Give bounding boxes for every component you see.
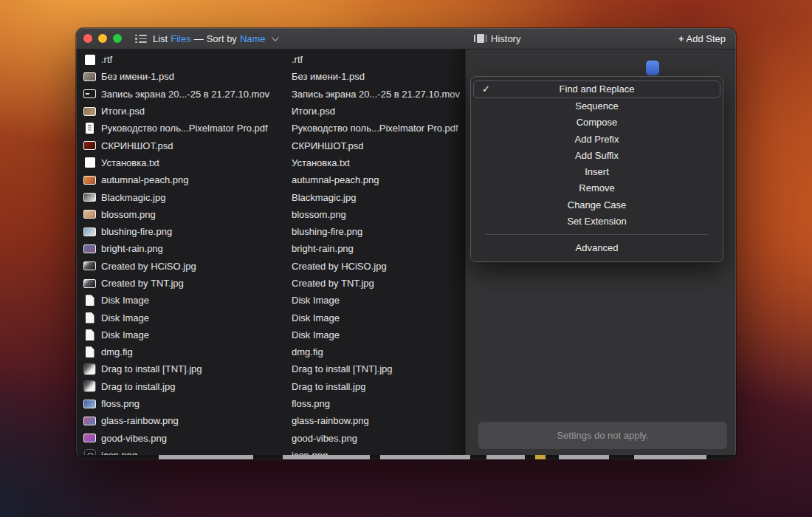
menu-item-label: Remove [579,182,614,194]
checkmark-icon: ✓ [482,81,490,97]
menu-item-label: Set Extension [567,216,626,227]
file-row[interactable]: Blackmagic.jpg Blackmagic.jpg [76,188,465,205]
file-row[interactable]: bright-rain.png bright-rain.png [76,240,465,257]
image-thumb-icon [83,400,96,408]
title-word-list: List [153,33,168,44]
title-bar: List Files — Sort by Name History +Add S… [76,28,736,49]
clipped-segment [634,455,706,459]
image-thumb-icon [83,434,96,442]
image-thumb-icon [83,193,96,202]
file-row[interactable]: floss.png floss.png [76,395,465,412]
file-name: Disk Image [101,295,292,306]
file-row[interactable]: Created by TNT.jpg Created by TNT.jpg [76,275,465,292]
file-preview-name: Итоги.psd [292,106,335,117]
chevron-down-icon[interactable] [272,34,279,41]
file-row[interactable]: Drag to install.jpg Drag to install.jpg [76,378,465,395]
step-popup-button-fragment[interactable] [646,61,659,75]
image-thumb-icon [83,244,96,253]
file-name: glass-rainbow.png [101,415,292,426]
menu-item-sequence[interactable]: Sequence [471,98,723,114]
settings-not-apply-notice: Settings do not apply. [478,422,727,449]
file-row[interactable]: dmg.fig dmg.fig [76,343,465,360]
menu-item-add-suffix[interactable]: Add Suffix [471,148,723,164]
image-thumb-icon [83,279,96,288]
menu-item-label: Advanced [576,242,619,253]
file-row[interactable]: Created by HCiSO.jpg Created by HCiSO.jp… [76,258,465,275]
image-thumb-icon [83,210,96,219]
image-thumb-icon [83,261,96,270]
image-thumb-icon [83,417,96,425]
add-step-button[interactable]: +Add Step [678,33,726,44]
menu-item-find-and-replace[interactable]: ✓ Find and Replace [473,81,720,98]
clipped-segment [486,455,525,459]
file-preview-name: good-vibes.png [292,433,357,444]
file-preview-name: Руководство поль...Pixelmator Pro.pdf [292,123,458,134]
files-dropdown-link[interactable]: Files [171,33,190,44]
history-header: History +Add Step [465,28,736,49]
file-preview-name: bright-rain.png [292,243,354,254]
rename-app-window: List Files — Sort by Name History +Add S… [76,28,736,459]
menu-item-compose[interactable]: Compose [471,114,723,131]
minimize-button[interactable] [98,34,107,43]
file-row[interactable]: Без имени-1.psd Без имени-1.psd [76,68,465,85]
menu-item-add-prefix[interactable]: Add Prefix [471,131,723,148]
file-row[interactable]: Руководство поль...Pixelmator Pro.pdf Ру… [76,120,465,137]
file-preview-name: Drag to install [TNT].jpg [292,363,393,374]
file-name: dmg.fig [101,346,292,357]
menu-item-remove[interactable]: Remove [471,180,723,196]
file-row[interactable]: Disk Image Disk Image [76,309,465,326]
zoom-button[interactable] [113,34,122,43]
menu-item-label: Add Prefix [575,134,619,145]
file-row[interactable]: Disk Image Disk Image [76,292,465,309]
file-preview-name: СКРИНШОТ.psd [292,140,363,151]
file-name: blossom.png [101,209,292,220]
step-type-menu: ✓ Find and Replace Sequence Compose Add … [470,76,723,262]
file-name: Итоги.psd [101,106,292,117]
file-row[interactable]: .rtf .rtf [76,51,465,68]
title-dash: — [194,33,204,44]
file-name: .rtf [101,54,292,65]
file-preview-name: Запись экрана 20...-25 в 21.27.10.mov [292,89,460,100]
traffic-lights [76,34,122,43]
file-row[interactable]: blushing-fire.png blushing-fire.png [76,223,465,240]
file-row[interactable]: Disk Image Disk Image [76,326,465,343]
menu-item-label: Sequence [575,100,619,112]
image-thumb-icon [83,107,96,116]
file-row[interactable]: Drag to install [TNT].jpg Drag to instal… [76,360,465,377]
file-name: Drag to install [TNT].jpg [101,363,292,374]
file-row[interactable]: Запись экрана 20...-25 в 21.27.10.mov За… [76,86,465,103]
menu-item-insert[interactable]: Insert [471,164,723,180]
title-sort-by: Sort by [207,33,237,44]
toolbar-title: List Files — Sort by Name [153,33,277,44]
clipped-segment [283,455,370,459]
file-name: Без имени-1.psd [101,71,292,82]
file-preview-name: Blackmagic.jpg [292,192,356,203]
menu-item-label: Insert [585,166,609,177]
file-preview-name: Drag to install.jpg [292,381,365,392]
close-button[interactable] [83,34,92,43]
file-rows: .rtf .rtf Без имени-1.psd Без имени-1.ps… [76,49,465,459]
page-icon [86,329,94,340]
page-icon [86,346,94,357]
file-row[interactable]: glass-rainbow.png glass-rainbow.png [76,412,465,429]
menu-item-set-extension[interactable]: Set Extension [471,213,723,230]
history-title: History [491,33,520,44]
file-row[interactable]: blossom.png blossom.png [76,206,465,223]
menu-item-label: Find and Replace [560,83,635,95]
file-preview-name: Без имени-1.psd [292,71,365,82]
movie-icon [83,89,96,98]
sort-name-dropdown-link[interactable]: Name [240,33,266,44]
file-preview-name: blushing-fire.png [292,226,362,237]
image-thumb-icon [83,72,96,81]
file-row[interactable]: autumnal-peach.png autumnal-peach.png [76,171,465,188]
doc-icon [85,157,95,168]
file-row[interactable]: Установка.txt Установка.txt [76,154,465,171]
menu-item-change-case[interactable]: Change Case [471,197,723,213]
file-row[interactable]: good-vibes.png good-vibes.png [76,430,465,447]
menu-separator [486,234,708,235]
menu-item-advanced[interactable]: Advanced [471,240,723,256]
image-thumb-icon [83,141,96,150]
file-name: autumnal-peach.png [101,174,292,185]
file-row[interactable]: Итоги.psd Итоги.psd [76,103,465,120]
file-row[interactable]: СКРИНШОТ.psd СКРИНШОТ.psd [76,137,465,154]
